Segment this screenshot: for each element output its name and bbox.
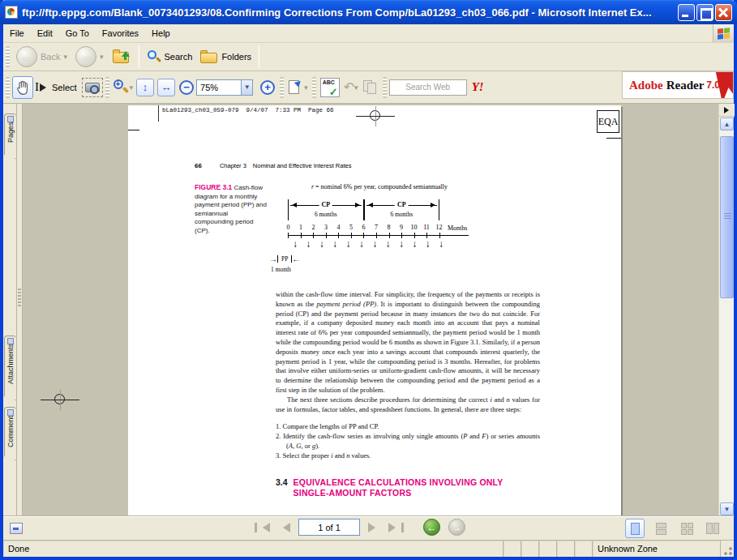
- title-bar[interactable]: ftp://ftp.eppg.com/Blank_0073401293/08.C…: [0, 0, 737, 24]
- maximize-button[interactable]: [696, 4, 713, 21]
- tab-attachments[interactable]: Attachments: [4, 336, 16, 400]
- search-button[interactable]: Search: [143, 48, 197, 66]
- toolbar-grip[interactable]: [105, 77, 109, 98]
- minimize-button[interactable]: [678, 4, 695, 21]
- zoom-in-tool-button[interactable]: + ▾: [112, 76, 135, 99]
- copy-button[interactable]: [361, 76, 380, 99]
- status-toolbar-options-icon[interactable]: [10, 523, 23, 534]
- undo-button[interactable]: ↶ ▾: [341, 76, 361, 99]
- search-label: Search: [165, 52, 193, 62]
- page-navigation: ← →: [255, 519, 465, 536]
- registration-mark-left: [54, 394, 65, 404]
- document-pane[interactable]: bLa01293_ch03_059-079 9/4/07 7:33 PM Pag…: [23, 104, 718, 516]
- pane-splitter[interactable]: [17, 104, 23, 516]
- cp-label: CP: [395, 201, 409, 208]
- cp-label: CP: [319, 201, 332, 208]
- security-zone-text: Unknown Zone: [593, 541, 721, 557]
- back-dropdown-icon[interactable]: ▾: [63, 53, 67, 61]
- body-text-column: within the cash-flow time interval. For …: [276, 290, 540, 498]
- down-arrow-icon: ↓: [291, 237, 299, 251]
- continuous-view-button[interactable]: [651, 519, 671, 538]
- down-arrow-icon: ↓: [358, 237, 366, 251]
- menu-item[interactable]: File: [3, 26, 31, 41]
- single-page-view-button[interactable]: [625, 519, 645, 538]
- toolbar-grip[interactable]: [383, 77, 387, 98]
- yahoo-button[interactable]: Y!: [472, 80, 484, 94]
- section-title: EQUIVALENCE CALCULATIONS INVOLVING ONLY …: [294, 477, 503, 498]
- zoom-level-input[interactable]: [196, 79, 242, 96]
- last-page-button[interactable]: [388, 523, 404, 532]
- toolbar-separator: [259, 45, 259, 68]
- export-page-button[interactable]: ▾: [286, 76, 310, 99]
- menu-item[interactable]: Go To: [59, 26, 96, 41]
- pdf-page[interactable]: bLa01293_ch03_059-079 9/4/07 7:33 PM Pag…: [128, 105, 621, 516]
- vertical-scrollbar[interactable]: ▲ ▼: [718, 104, 734, 516]
- forward-dropdown-icon[interactable]: ▾: [100, 53, 104, 61]
- cp-spans: CP 6 months CP 6 months: [288, 199, 439, 224]
- attachments-tab-icon: [7, 338, 14, 344]
- pp-label: PP: [277, 255, 292, 263]
- spellcheck-button[interactable]: ABC✓: [319, 76, 341, 99]
- select-tool-button[interactable]: I Select: [33, 76, 82, 99]
- month-tick-label: 1: [296, 224, 306, 231]
- folders-button[interactable]: Folders: [196, 49, 255, 66]
- continuous-facing-view-button[interactable]: [677, 519, 696, 538]
- list-item: 1. Compare the lengths of PP and CP.: [276, 422, 540, 432]
- toolbar-grip[interactable]: [6, 46, 10, 67]
- next-view-button[interactable]: →: [448, 519, 465, 536]
- previous-view-button[interactable]: ←: [423, 519, 440, 536]
- toolbar-grip[interactable]: [312, 77, 316, 98]
- adobe-reader-brand: Adobe Reader 7.0: [622, 71, 734, 99]
- body-paragraph-2: The next three sections describe procedu…: [276, 395, 540, 415]
- down-arrow-icon: ↓: [344, 237, 352, 251]
- zoom-tool-dropdown-icon[interactable]: ▾: [130, 83, 134, 92]
- next-page-button[interactable]: [368, 523, 380, 532]
- close-button[interactable]: [715, 4, 732, 21]
- scroll-up-button[interactable]: ▲: [720, 118, 734, 130]
- select-label: Select: [52, 83, 77, 92]
- menu-item[interactable]: Help: [145, 26, 177, 41]
- scroll-down-button[interactable]: ▼: [720, 502, 734, 515]
- toolbar-grip[interactable]: [280, 77, 284, 98]
- fit-page-button[interactable]: ↕: [135, 76, 156, 99]
- scrollbar-thumb[interactable]: [720, 136, 734, 298]
- back-button[interactable]: ← Back ▾: [12, 45, 71, 69]
- undo-dropdown-icon[interactable]: ▾: [354, 83, 358, 92]
- back-icon: ←: [16, 46, 37, 67]
- tab-comments[interactable]: Comments: [4, 407, 16, 460]
- snapshot-tool-button[interactable]: [82, 78, 103, 97]
- resize-grip[interactable]: [721, 541, 734, 557]
- windows-logo: [713, 24, 734, 43]
- fit-width-button[interactable]: ↔: [156, 76, 177, 99]
- main-area: Pages Attachments Comments bLa01293_ch03…: [3, 104, 734, 516]
- month-tick-label: 3: [321, 224, 331, 231]
- window-title: ftp://ftp.eppg.com/Blank_0073401293/08.C…: [22, 6, 678, 19]
- tab-pages[interactable]: Pages: [4, 113, 16, 159]
- page-number-input[interactable]: [298, 519, 360, 536]
- search-web-input[interactable]: [389, 79, 467, 96]
- splitter-handle-icon[interactable]: [18, 289, 21, 306]
- list-item: 2. Identify the cash-flow series as invo…: [276, 432, 540, 451]
- cursor-icon: [40, 83, 50, 92]
- first-page-button[interactable]: [255, 523, 270, 532]
- menu-item[interactable]: Favorites: [96, 26, 145, 41]
- cash-flow-arrows: ↓↓↓↓↓↓↓↓↓↓↓↓: [291, 237, 445, 251]
- toolbar-overflow-button[interactable]: [719, 104, 735, 117]
- overflow-arrow-icon: [724, 107, 732, 113]
- step-text: Identify the cash-flow series as involvi…: [283, 432, 540, 450]
- pp-marker: → PP ←: [269, 254, 300, 263]
- facing-view-button[interactable]: [703, 519, 722, 538]
- cp-span-1: CP 6 months: [288, 199, 364, 220]
- export-dropdown-icon[interactable]: ▾: [304, 83, 308, 92]
- toolbar-grip[interactable]: [6, 77, 10, 98]
- zoom-out-button[interactable]: −: [177, 76, 196, 99]
- zoom-level-dropdown-icon[interactable]: ▼: [242, 79, 253, 96]
- forward-button[interactable]: → ▾: [71, 45, 108, 69]
- menu-item[interactable]: Edit: [31, 26, 59, 41]
- hand-tool-button[interactable]: [12, 76, 33, 99]
- facing-icon: [706, 523, 719, 534]
- previous-page-button[interactable]: [278, 523, 290, 532]
- zoom-in-button[interactable]: +: [258, 76, 277, 99]
- up-folder-button[interactable]: [108, 47, 135, 66]
- page-layout-buttons: [625, 519, 722, 538]
